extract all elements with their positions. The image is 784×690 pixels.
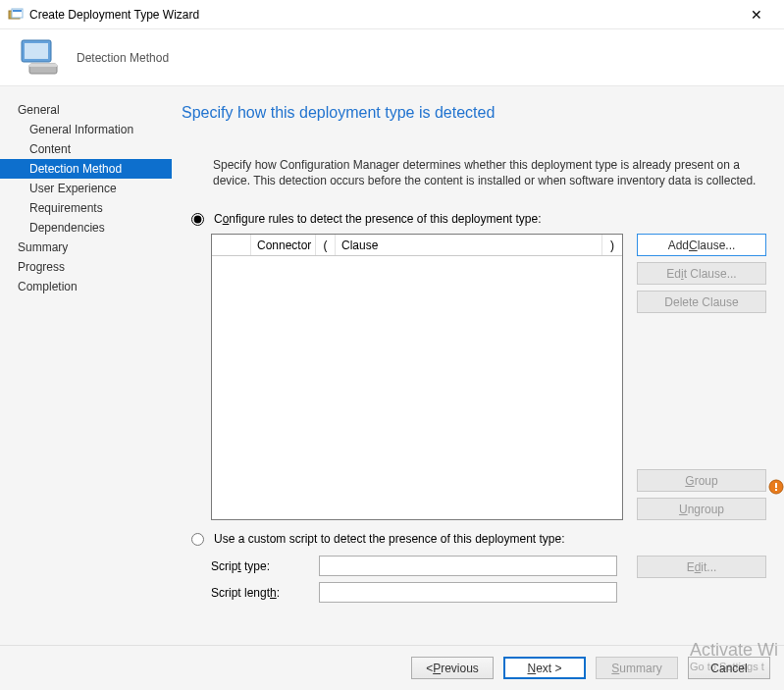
- delete-clause-button: Delete Clause: [637, 291, 766, 313]
- sidebar-item[interactable]: Content: [0, 139, 172, 159]
- sidebar-item[interactable]: General: [0, 100, 172, 120]
- script-length-label: Script length:: [211, 586, 319, 600]
- col-connector: Connector: [251, 235, 316, 255]
- content: Specify how this deployment type is dete…: [172, 86, 784, 645]
- rules-block: Connector ( Clause ) Add Clause... Edit …: [182, 234, 766, 520]
- table-header: Connector ( Clause ): [212, 235, 622, 256]
- ungroup-button: Ungroup: [637, 498, 766, 520]
- header-band: Detection Method: [0, 29, 784, 86]
- sidebar: GeneralGeneral InformationContentDetecti…: [0, 86, 172, 645]
- col-clause: Clause: [336, 235, 602, 255]
- rules-table[interactable]: Connector ( Clause ): [211, 234, 623, 520]
- sidebar-item[interactable]: Detection Method: [0, 159, 172, 179]
- edit-clause-button: Edit Clause...: [637, 262, 766, 285]
- radio-script[interactable]: [191, 533, 204, 546]
- warning-icon: [768, 479, 784, 495]
- sidebar-item[interactable]: Dependencies: [0, 218, 172, 238]
- add-clause-button[interactable]: Add Clause...: [637, 234, 766, 256]
- previous-button[interactable]: < Previous: [411, 657, 494, 679]
- rule-buttons: Add Clause... Edit Clause... Delete Clau…: [637, 234, 766, 520]
- cancel-button[interactable]: Cancel: [688, 657, 770, 679]
- script-type-label: Script type:: [211, 559, 319, 573]
- svg-rect-6: [29, 64, 57, 67]
- wizard-icon: [8, 7, 24, 23]
- option-configure-rules[interactable]: Configure rules to detect the presence o…: [182, 212, 766, 226]
- header-title: Detection Method: [77, 51, 169, 65]
- svg-rect-4: [25, 43, 48, 59]
- option-custom-script[interactable]: Use a custom script to detect the presen…: [182, 532, 766, 546]
- script-section: Script type: Script length: Edit...: [182, 556, 766, 609]
- sidebar-item[interactable]: General Information: [0, 120, 172, 139]
- script-length-input: [319, 582, 617, 603]
- sidebar-item[interactable]: Completion: [0, 277, 172, 296]
- svg-rect-9: [775, 489, 777, 491]
- page-heading: Specify how this deployment type is dete…: [182, 104, 766, 122]
- col-blank: [212, 235, 251, 255]
- sidebar-item[interactable]: Summary: [0, 238, 172, 257]
- sidebar-item[interactable]: Requirements: [0, 198, 172, 218]
- col-open-paren: (: [316, 235, 336, 255]
- summary-button: Summary: [596, 657, 678, 679]
- option-configure-label: Configure rules to detect the presence o…: [214, 212, 542, 226]
- radio-configure[interactable]: [191, 213, 204, 226]
- group-button: Group: [637, 469, 766, 492]
- body: GeneralGeneral InformationContentDetecti…: [0, 86, 784, 645]
- svg-rect-8: [775, 483, 777, 488]
- svg-rect-2: [13, 10, 22, 12]
- window-title: Create Deployment Type Wizard: [29, 8, 737, 22]
- sidebar-item[interactable]: Progress: [0, 257, 172, 277]
- page-description: Specify how Configuration Manager determ…: [182, 157, 766, 188]
- col-close-paren: ): [602, 235, 622, 255]
- option-script-label: Use a custom script to detect the presen…: [214, 532, 565, 546]
- script-type-input: [319, 556, 617, 576]
- titlebar: Create Deployment Type Wizard ✕: [0, 0, 784, 29]
- computer-icon: [16, 38, 63, 78]
- edit-script-button: Edit...: [637, 556, 766, 578]
- footer: < Previous Next > Summary Cancel: [0, 645, 784, 690]
- next-button[interactable]: Next >: [503, 657, 586, 679]
- close-button[interactable]: ✕: [737, 0, 776, 29]
- sidebar-item[interactable]: User Experience: [0, 179, 172, 198]
